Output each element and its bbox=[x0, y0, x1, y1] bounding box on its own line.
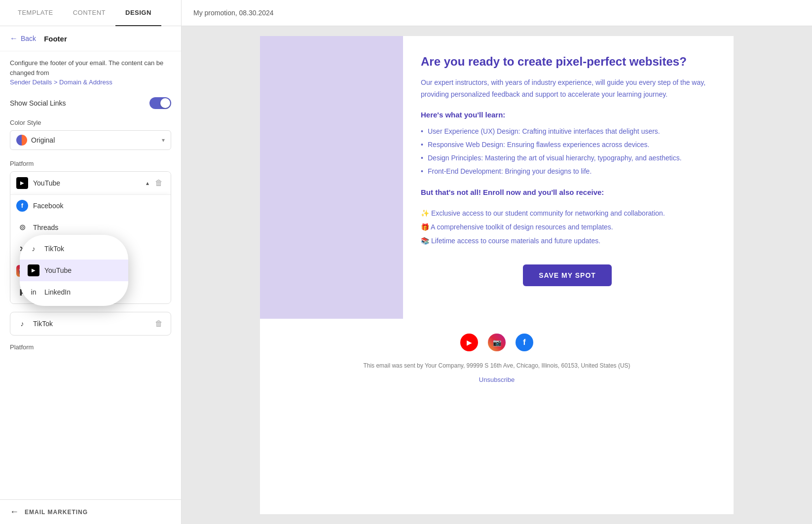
email-cta-heading: But that's not all! Enroll now and you'l… bbox=[421, 188, 714, 196]
hero-right-panel: Are you ready to create pixel-perfect we… bbox=[403, 36, 734, 319]
popup-linkedin-icon: in bbox=[28, 286, 39, 298]
platform-section-3: Platform bbox=[10, 343, 171, 351]
popup-tiktok-label: TikTok bbox=[44, 245, 64, 253]
tab-bar: TEMPLATE CONTENT DESIGN bbox=[0, 0, 181, 26]
panel-content: Show Social Links Color Style Original ▾… bbox=[0, 87, 181, 369]
email-hero-title: Are you ready to create pixel-perfect we… bbox=[421, 54, 714, 69]
platform-section-2: ♪ TikTok 🗑 ♪ TikTok bbox=[10, 312, 171, 336]
list-item: Front-End Development: Bringing your des… bbox=[421, 165, 714, 178]
back-arrow-icon: ← bbox=[10, 34, 18, 43]
platform-1-actions: ▴ 🗑 bbox=[146, 177, 165, 189]
popup-item-youtube[interactable]: ▶ YouTube bbox=[20, 260, 128, 281]
benefit-3: 📚 Lifetime access to course materials an… bbox=[421, 234, 714, 248]
popup-circle-inner: ♪ TikTok ▶ YouTube in LinkedIn bbox=[20, 235, 128, 306]
color-style-label: Color Style bbox=[10, 119, 171, 126]
color-style-value: Original bbox=[16, 135, 55, 146]
platform-1-selected-row: ▶ YouTube ▴ 🗑 bbox=[10, 172, 171, 194]
footer-youtube-icon: ▶ bbox=[460, 334, 478, 351]
footer-instagram-icon: 📷 bbox=[488, 334, 506, 351]
sender-details-link[interactable]: Sender Details > Domain & Address bbox=[10, 78, 112, 86]
threads-icon: ⊚ bbox=[16, 222, 28, 233]
tab-template[interactable]: TEMPLATE bbox=[8, 0, 63, 26]
email-hero: Are you ready to create pixel-perfect we… bbox=[260, 36, 734, 319]
bottom-bar: ← EMAIL MARKETING bbox=[0, 499, 181, 524]
email-title-bar: My promotion, 08.30.2024 bbox=[182, 0, 812, 26]
cta-wrapper: SAVE MY SPOT bbox=[421, 260, 714, 301]
platform-2-selected-row: ♪ TikTok 🗑 bbox=[10, 312, 171, 335]
popup-item-tiktok[interactable]: ♪ TikTok bbox=[20, 238, 128, 260]
platform-2-actions: 🗑 bbox=[153, 317, 165, 330]
popup-youtube-icon: ▶ bbox=[28, 264, 39, 276]
facebook-label: Facebook bbox=[33, 202, 63, 210]
social-links-label: Show Social Links bbox=[10, 99, 66, 107]
threads-label: Threads bbox=[33, 224, 58, 231]
color-dot-icon bbox=[16, 135, 27, 146]
bottom-bar-label: EMAIL MARKETING bbox=[25, 509, 88, 516]
email-hero-body: Our expert instructors, with years of in… bbox=[421, 77, 714, 101]
popup-item-linkedin[interactable]: in LinkedIn bbox=[20, 281, 128, 303]
chevron-up-icon[interactable]: ▴ bbox=[146, 180, 149, 187]
section-title: Footer bbox=[44, 35, 67, 43]
list-item: Design Principles: Mastering the art of … bbox=[421, 151, 714, 165]
email-subheading: Here's what you'll learn: bbox=[421, 111, 714, 119]
right-panel: My promotion, 08.30.2024 Are you ready t… bbox=[182, 0, 812, 524]
social-links-toggle-row: Show Social Links bbox=[10, 97, 171, 109]
email-benefits: ✨ Exclusive access to our student commun… bbox=[421, 206, 714, 248]
popup-circle: ♪ TikTok ▶ YouTube in LinkedIn bbox=[20, 235, 128, 306]
benefit-2: 🎁 A comprehensive toolkit of design reso… bbox=[421, 220, 714, 234]
back-button[interactable]: ← Back bbox=[10, 34, 36, 43]
list-item: User Experience (UX) Design: Crafting in… bbox=[421, 125, 714, 138]
cta-button[interactable]: SAVE MY SPOT bbox=[523, 264, 612, 286]
popup-youtube-label: YouTube bbox=[44, 266, 72, 274]
popup-tiktok-icon: ♪ bbox=[28, 243, 39, 255]
tab-content[interactable]: CONTENT bbox=[63, 0, 115, 26]
email-title: My promotion, 08.30.2024 bbox=[193, 9, 274, 17]
unsubscribe-link[interactable]: Unsubscribe bbox=[479, 376, 515, 383]
platform-2-selected-left: ♪ TikTok bbox=[16, 318, 53, 330]
dropdown-item-facebook[interactable]: f Facebook bbox=[10, 195, 171, 217]
platform-2-box: ♪ TikTok 🗑 bbox=[10, 312, 171, 336]
facebook-icon: f bbox=[16, 200, 28, 212]
color-style-section: Color Style Original ▾ bbox=[10, 119, 171, 150]
list-item: Responsive Web Design: Ensuring flawless… bbox=[421, 138, 714, 151]
bottom-back-arrow-icon[interactable]: ← bbox=[10, 507, 19, 517]
hero-left-panel bbox=[260, 36, 403, 319]
platform-1-selected-left: ▶ YouTube bbox=[16, 177, 60, 189]
social-icons-row: ▶ 📷 f bbox=[280, 334, 714, 351]
popup-linkedin-label: LinkedIn bbox=[44, 288, 71, 296]
email-canvas: Are you ready to create pixel-perfect we… bbox=[182, 26, 812, 524]
back-header: ← Back Footer bbox=[0, 26, 181, 51]
color-style-dropdown[interactable]: Original ▾ bbox=[10, 130, 171, 150]
delete-platform-2-button[interactable]: 🗑 bbox=[153, 317, 165, 330]
left-panel: TEMPLATE CONTENT DESIGN ← Back Footer Co… bbox=[0, 0, 182, 524]
delete-platform-1-button[interactable]: 🗑 bbox=[153, 177, 165, 189]
panel-scroll: Show Social Links Color Style Original ▾… bbox=[0, 87, 181, 500]
youtube-icon: ▶ bbox=[16, 177, 28, 189]
platform-1-selected-name: YouTube bbox=[33, 179, 60, 187]
back-label: Back bbox=[21, 35, 36, 42]
platform-1-label: Platform bbox=[10, 160, 171, 167]
chevron-down-icon: ▾ bbox=[162, 137, 165, 144]
tab-design[interactable]: DESIGN bbox=[115, 0, 161, 26]
platform-3-label: Platform bbox=[10, 343, 171, 351]
benefit-1: ✨ Exclusive access to our student commun… bbox=[421, 206, 714, 220]
platform-2-selected-name: TikTok bbox=[33, 320, 53, 328]
email-body: Are you ready to create pixel-perfect we… bbox=[260, 36, 734, 514]
email-list: User Experience (UX) Design: Crafting in… bbox=[421, 125, 714, 178]
description-text: Configure the footer of your email. The … bbox=[0, 51, 181, 87]
footer-facebook-icon: f bbox=[516, 334, 533, 351]
tiktok-icon: ♪ bbox=[16, 318, 28, 330]
email-footer: ▶ 📷 f This email was sent by Your Compan… bbox=[260, 319, 734, 399]
footer-address: This email was sent by Your Company, 999… bbox=[280, 361, 714, 370]
social-links-toggle[interactable] bbox=[149, 97, 171, 109]
